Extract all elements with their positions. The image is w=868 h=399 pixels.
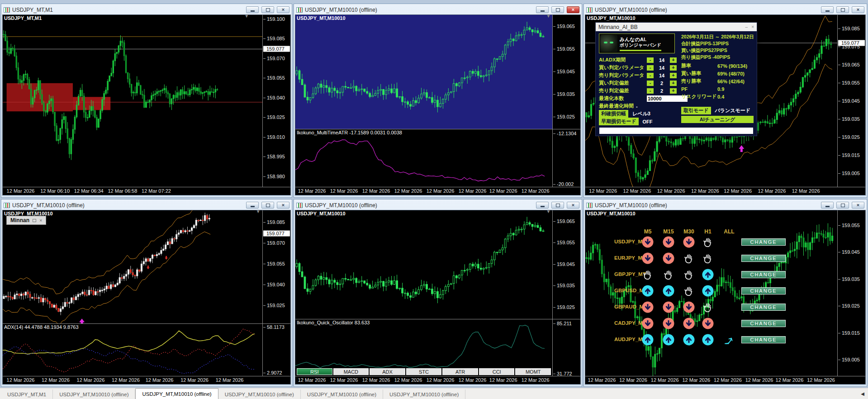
indicator-canvas[interactable] <box>3 324 262 376</box>
param-plus-button[interactable]: + <box>670 88 677 94</box>
minimize-button[interactable] <box>246 202 259 209</box>
trade-mode-button[interactable]: 取引モード <box>681 107 711 114</box>
price-scale[interactable]: 159.100159.085159.070159.055159.040159.0… <box>262 15 290 187</box>
panel-close-icon[interactable]: × <box>751 24 754 29</box>
oscillator-tab-macd[interactable]: MACD <box>333 368 369 375</box>
param-plus-button[interactable]: + <box>670 57 677 63</box>
close-button[interactable]: × <box>277 6 289 13</box>
main-chart-pane[interactable]: USDJPY_MT,M10010 159.085159.075159.06515… <box>585 15 865 187</box>
price-scale[interactable]: 159.065159.055159.045159.035159.025 <box>552 15 580 129</box>
oscillator-tab-rsi[interactable]: RSI <box>297 368 332 375</box>
main-chart-pane[interactable]: USDJPY_MT,M10010 ▼ 159.085159.070159.055… <box>3 210 290 323</box>
close-button[interactable]: × <box>852 202 864 209</box>
param-plus-button[interactable]: + <box>670 65 677 71</box>
close-button[interactable]: × <box>567 6 579 13</box>
panel-titlebar[interactable]: Minnano_AI_BB – × <box>596 23 757 31</box>
time-axis[interactable]: 12 Mar 202612 Mar 202612 Mar 202612 Mar … <box>3 376 290 384</box>
atr-indicator-pane[interactable]: Ikokuno_MultiTimeATR -17.1589 0.0031 0.0… <box>295 129 580 187</box>
oscillator-tab-momt[interactable]: MOMT <box>515 368 551 375</box>
panel-param-row: AI.ADX期間-14+ <box>599 56 678 64</box>
window-titlebar[interactable]: USDJPY_MT,M1 × <box>2 5 291 14</box>
chart-tab[interactable]: USDJPY_MT,M10010 (offline) <box>218 390 301 399</box>
param-minus-button[interactable]: - <box>647 73 654 78</box>
restore-button[interactable] <box>551 202 564 209</box>
main-chart-pane[interactable]: USDJPY_MT,M10010 ▼ 159.065159.055159.045… <box>295 210 580 319</box>
restore-button[interactable] <box>836 202 849 209</box>
oscillator-tab-cci[interactable]: CCI <box>479 368 515 375</box>
chart-tab[interactable]: USDJPY_MT,M10010 (offline) <box>301 390 383 399</box>
minimize-button[interactable] <box>821 202 834 209</box>
window-titlebar[interactable]: USDJPY_MT,M10010 (offline) × <box>585 5 866 14</box>
chart-tab[interactable]: USDJPY_MT,M10010 (offline) <box>135 388 218 399</box>
change-button[interactable]: CHANGE <box>741 320 786 327</box>
restore-button[interactable] <box>261 202 274 209</box>
param-minus-button[interactable]: - <box>647 57 654 63</box>
indicator-scale[interactable]: -12.1304-20.002 <box>552 129 580 187</box>
close-button[interactable]: × <box>277 202 289 209</box>
oscillator-pane[interactable]: Ikokuno_Quick_Oscillator 83.633 85.21131… <box>295 319 580 376</box>
change-button[interactable]: CHANGE <box>741 255 786 262</box>
chart-tab[interactable]: USDJPY_MT,M10010 (offline) <box>53 390 135 399</box>
main-chart-pane[interactable]: USDJPY_MT,M1 ▼ 159.100159.085159.070159.… <box>3 15 290 187</box>
param-minus-button[interactable]: - <box>647 65 654 71</box>
restore-button[interactable] <box>836 6 849 13</box>
price-scale[interactable]: 159.085159.075159.065159.055159.045159.0… <box>837 15 865 187</box>
chart-tab[interactable]: USDJPY_MT,M10010 (offline) <box>383 390 465 399</box>
indicator-canvas[interactable] <box>295 129 552 187</box>
price-chart-canvas[interactable] <box>3 210 262 323</box>
window-titlebar[interactable]: USDJPY_MT,M10010 (offline) × <box>295 200 581 210</box>
oscillator-tab-adx[interactable]: ADX <box>370 368 405 375</box>
price-scale[interactable]: 159.055159.045159.035159.025159.015159.0… <box>837 210 865 376</box>
indicator-scale[interactable]: 85.21131.772 <box>552 319 580 376</box>
price-chart-canvas[interactable] <box>3 15 262 187</box>
popup-close-icon[interactable]: × <box>39 218 42 223</box>
time-axis-label: 12 Mar 2026 <box>42 377 70 383</box>
change-button[interactable]: CHANGE <box>741 304 786 311</box>
time-axis[interactable]: 12 Mar 202612 Mar 202612 Mar 202612 Mar … <box>295 187 580 195</box>
minimize-button[interactable] <box>536 6 549 13</box>
window-titlebar[interactable]: USDJPY_MT,M10010 (offline) × <box>295 5 581 14</box>
buy-signal-icon <box>702 269 714 280</box>
oscillator-tab-atr[interactable]: ATR <box>442 368 478 375</box>
param-minus-button[interactable]: - <box>647 88 654 94</box>
chart-tab[interactable]: USDJPY_MT,M1 <box>1 390 53 399</box>
change-button[interactable]: CHANGE <box>741 238 786 246</box>
change-button[interactable]: CHANGE <box>741 336 786 343</box>
close-button[interactable]: × <box>852 6 864 13</box>
time-axis[interactable]: 12 Mar 202612 Mar 202612 Mar 202612 Mar … <box>295 376 580 384</box>
popup-restore-icon[interactable] <box>33 219 36 222</box>
minimize-button[interactable] <box>536 202 549 209</box>
indicator-scale[interactable]: 58.11732.9072 <box>262 324 290 376</box>
price-chart-canvas[interactable] <box>295 15 552 129</box>
time-axis[interactable]: 12 Mar 202612 Mar 06:1012 Mar 06:3412 Ma… <box>3 187 290 195</box>
indicator-canvas[interactable] <box>295 319 552 376</box>
tab-scroll-left-icon[interactable]: ◀ <box>861 391 864 396</box>
ai-tuning-button[interactable]: AIチューニング <box>681 116 754 123</box>
param-minus-button[interactable]: - <box>647 81 654 86</box>
restore-button[interactable] <box>551 6 564 13</box>
price-scale[interactable]: 159.085159.070159.055159.040159.025159.0… <box>262 210 290 323</box>
panel-minimize-icon[interactable]: – <box>745 24 748 29</box>
time-axis[interactable]: 12 Mar 202612 Mar 202612 Mar 202612 Mar … <box>585 187 865 195</box>
change-button[interactable]: CHANGE <box>741 287 786 294</box>
time-axis[interactable]: 12 Mar 202612 Mar 202612 Mar 202612 Mar … <box>585 376 865 384</box>
param-plus-button[interactable]: + <box>670 73 677 78</box>
window-titlebar[interactable]: USDJPY_MT,M10010 (offline) × <box>585 200 866 210</box>
window-titlebar[interactable]: USDJPY_MT,M10010 (offline) × <box>2 200 291 210</box>
early-stop-mode-button[interactable]: 早期損切モード <box>599 118 639 125</box>
oscillator-tab-stc[interactable]: STC <box>406 368 442 375</box>
main-chart-pane[interactable]: USDJPY_MT,M10010 ▼ 159.065159.055159.045… <box>295 15 580 129</box>
minimize-button[interactable] <box>246 6 259 13</box>
price-chart-canvas[interactable] <box>295 210 552 319</box>
change-button[interactable]: CHANGE <box>741 271 786 278</box>
close-button[interactable]: × <box>567 202 579 209</box>
param-plus-button[interactable]: + <box>670 81 677 86</box>
price-scale[interactable]: 159.065159.055159.045159.035159.025 <box>552 210 580 319</box>
tp-sl-width-button[interactable]: 利確損切幅 <box>599 110 628 118</box>
adx-indicator-pane[interactable]: ADX(14) 44.4788 48.1934 9.8763 58.11732.… <box>3 323 290 376</box>
minimize-button[interactable] <box>821 6 834 13</box>
main-chart-pane[interactable]: USDJPY_MT,M10010 159.055159.045159.03515… <box>585 210 865 376</box>
indicator-label: ADX(14) 44.4788 48.1934 9.8763 <box>4 324 79 330</box>
minnan-panel-collapsed[interactable]: Minnan × <box>6 216 46 225</box>
restore-button[interactable] <box>261 6 274 13</box>
